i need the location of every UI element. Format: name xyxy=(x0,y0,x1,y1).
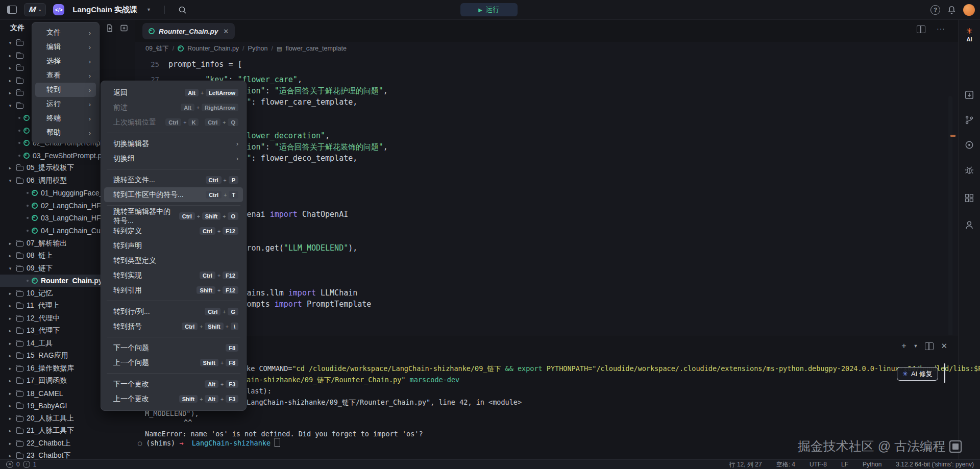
submenu-item[interactable]: 转到定义Ctrl+F12 xyxy=(104,224,243,238)
notifications-bell-icon[interactable] xyxy=(947,6,956,14)
user-avatar[interactable] xyxy=(963,4,975,16)
ai-fix-button[interactable]: ✳ AI 修复 xyxy=(897,367,938,381)
close-panel-icon[interactable]: ✕ xyxy=(941,341,947,351)
chevron-right-icon[interactable]: ▸ xyxy=(7,165,13,170)
submenu-item[interactable]: 下一个更改Alt+F3 xyxy=(104,377,243,391)
target-icon[interactable] xyxy=(964,140,974,150)
submenu-item[interactable]: 转到实现Ctrl+F12 xyxy=(104,268,243,283)
chevron-right-icon[interactable]: ▸ xyxy=(7,253,13,258)
chevron-right-icon[interactable]: ▸ xyxy=(7,90,13,95)
chevron-down-icon[interactable]: ▾ xyxy=(7,178,13,183)
download-icon[interactable] xyxy=(964,90,974,100)
python-interpreter[interactable]: 3.12.2 64-bit ('shims': pyenv) xyxy=(896,461,974,468)
tree-folder[interactable]: ▸21_人脉工具下 xyxy=(0,425,135,437)
submenu-item-label: 切换编辑器 xyxy=(113,139,149,149)
search-icon[interactable] xyxy=(178,6,187,14)
menu-item-4[interactable]: 查看› xyxy=(35,68,96,83)
errors-icon[interactable]: ✕ xyxy=(6,461,13,468)
extensions-grid-icon[interactable] xyxy=(964,193,974,203)
editor-scrollbar[interactable] xyxy=(948,96,952,351)
submenu-item[interactable]: 转到声明 xyxy=(104,238,243,253)
tab-rounter-chain[interactable]: Rounter_Chain.py ✕ xyxy=(142,23,235,39)
chevron-right-icon[interactable]: ▸ xyxy=(7,78,13,83)
split-editor-icon[interactable] xyxy=(917,26,925,33)
submenu-item[interactable]: 返回Alt+LeftArrow xyxy=(104,85,243,100)
chevron-right-icon[interactable]: ▸ xyxy=(7,353,13,358)
toggle-sidebar-icon[interactable] xyxy=(7,6,17,14)
eol-type[interactable]: LF xyxy=(841,461,848,468)
chevron-down-icon[interactable]: ▾ xyxy=(7,103,13,108)
chevron-right-icon[interactable]: ▸ xyxy=(7,453,13,458)
close-tab-icon[interactable]: ✕ xyxy=(223,28,229,35)
chevron-down-icon[interactable]: ▾ xyxy=(7,266,13,271)
submenu-item[interactable]: 上一个更改Shift+Alt+F3 xyxy=(104,391,243,406)
indentation[interactable]: 空格: 4 xyxy=(776,460,795,469)
menu-item-5[interactable]: 转到› xyxy=(35,83,96,97)
git-branch-icon[interactable] xyxy=(964,115,974,125)
chevron-right-icon[interactable]: ▸ xyxy=(7,341,13,346)
chevron-right-icon[interactable]: ▸ xyxy=(7,428,13,433)
submenu-item[interactable]: 切换组› xyxy=(104,151,243,166)
user-icon[interactable] xyxy=(964,220,974,230)
keyboard-shortcut-key: P xyxy=(229,176,238,184)
ai-assistant-button[interactable]: ✳ AI xyxy=(959,27,980,42)
breadcrumb-item[interactable]: flower_care_template xyxy=(285,45,347,52)
submenu-item[interactable]: 转到括号Ctrl+Shift+\ xyxy=(104,319,243,334)
tree-item-label: 14_工具 xyxy=(27,339,53,348)
code-pane[interactable] xyxy=(135,55,959,344)
chevron-right-icon[interactable]: ▸ xyxy=(7,316,13,321)
chevron-right-icon[interactable]: ▸ xyxy=(7,366,13,371)
chevron-right-icon[interactable]: ▸ xyxy=(7,328,13,333)
chevron-right-icon[interactable]: ▸ xyxy=(7,53,13,58)
app-menu-button[interactable]: M ▴ xyxy=(24,3,46,16)
menu-item-2[interactable]: 编辑› xyxy=(35,40,96,54)
new-terminal-icon[interactable]: + xyxy=(901,342,906,350)
modified-dot-icon xyxy=(27,230,29,232)
new-window-icon[interactable] xyxy=(120,24,128,32)
breadcrumb-item[interactable]: Python xyxy=(248,45,268,52)
encoding[interactable]: UTF-8 xyxy=(810,461,827,468)
chevron-right-icon[interactable]: ▸ xyxy=(7,303,13,308)
submenu-item[interactable]: 转到引用Shift+F12 xyxy=(104,283,243,298)
submenu-item[interactable]: 切换编辑器› xyxy=(104,136,243,151)
menu-item-1[interactable]: 文件› xyxy=(35,26,96,40)
chevron-down-icon[interactable]: ▾ xyxy=(7,40,13,45)
chevron-right-icon[interactable]: ▸ xyxy=(7,403,13,408)
run-button[interactable]: ▶ 运行 xyxy=(460,3,518,16)
submenu-item[interactable]: 上一个问题Shift+F8 xyxy=(104,355,243,370)
cursor-position[interactable]: 行 12, 列 27 xyxy=(729,460,762,469)
menu-item-6[interactable]: 运行› xyxy=(35,97,96,111)
chevron-right-icon[interactable]: ▸ xyxy=(7,391,13,396)
workspace-name[interactable]: LangChain 实战课 xyxy=(72,5,137,15)
chevron-right-icon[interactable]: ▸ xyxy=(7,291,13,296)
chevron-right-icon: › xyxy=(89,86,91,94)
warnings-icon[interactable]: ! xyxy=(23,461,30,468)
terminal-scrollbar[interactable] xyxy=(944,363,945,383)
submenu-item[interactable]: 下一个问题F8 xyxy=(104,340,243,355)
breadcrumb-item[interactable]: Rounter_Chain.py xyxy=(187,45,239,52)
submenu-item[interactable]: 跳转至文件...Ctrl+P xyxy=(104,172,243,187)
more-actions-icon[interactable]: ··· xyxy=(937,26,945,33)
chevron-right-icon[interactable]: ▸ xyxy=(7,241,13,246)
submenu-item[interactable]: 跳转至编辑器中的符号...Ctrl+Shift+O xyxy=(104,209,243,224)
submenu-item[interactable]: 转到工作区中的符号...Ctrl+T xyxy=(104,187,243,202)
tree-folder[interactable]: ▸20_人脉工具上 xyxy=(0,412,135,425)
submenu-item[interactable]: 转到类型定义 xyxy=(104,253,243,268)
chevron-right-icon[interactable]: ▸ xyxy=(7,65,13,70)
terminal-dropdown-icon[interactable]: ▼ xyxy=(914,343,918,349)
bug-icon[interactable] xyxy=(964,165,974,175)
menu-item-8[interactable]: 帮助› xyxy=(35,126,96,140)
new-file-icon[interactable] xyxy=(106,24,114,32)
tree-folder[interactable]: ▸23_Chatbot下 xyxy=(0,450,135,459)
menu-item-3[interactable]: 选择› xyxy=(35,54,96,68)
chevron-right-icon[interactable]: ▸ xyxy=(7,416,13,421)
tree-folder[interactable]: ▸22_Chatbot上 xyxy=(0,437,135,450)
language-mode[interactable]: Python xyxy=(863,461,881,468)
chevron-right-icon[interactable]: ▸ xyxy=(7,378,13,383)
submenu-item[interactable]: 转到行/列...Ctrl+G xyxy=(104,304,243,319)
split-terminal-icon[interactable] xyxy=(925,342,934,350)
chevron-right-icon[interactable]: ▸ xyxy=(7,441,13,446)
menu-item-7[interactable]: 终端› xyxy=(35,111,96,126)
breadcrumb-item[interactable]: 09_链下 xyxy=(145,44,169,53)
help-icon[interactable]: ? xyxy=(930,5,940,15)
